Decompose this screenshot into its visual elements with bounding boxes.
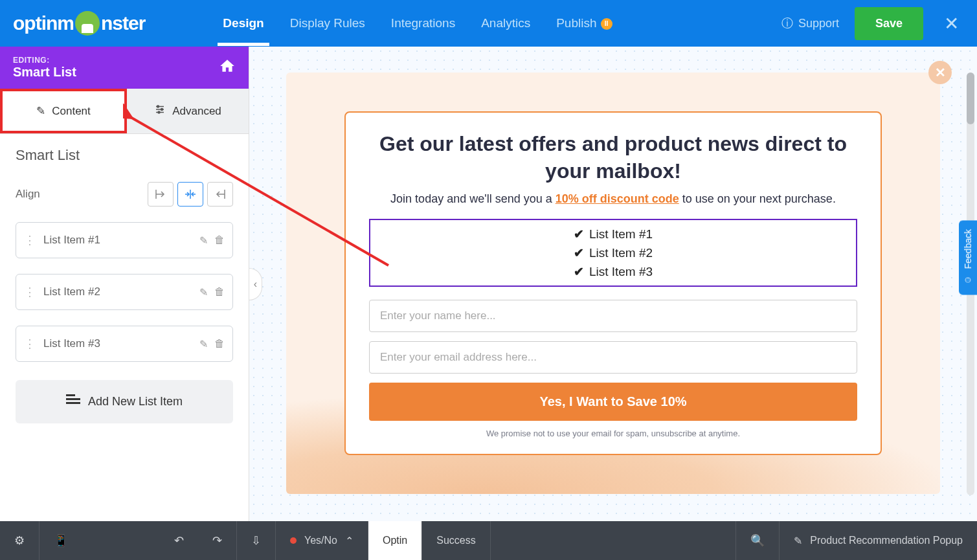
disclaimer-text: We promise not to use your email for spa… <box>369 429 857 438</box>
canvas: ✕ Get our latest offers and product news… <box>249 47 977 521</box>
settings-button[interactable]: ⚙ <box>0 521 39 560</box>
discount-link[interactable]: 10% off discount code <box>556 192 679 205</box>
editing-header: EDITING: Smart List <box>0 47 249 89</box>
delete-icon[interactable]: 🗑 <box>214 234 225 247</box>
sliders-icon <box>154 104 166 118</box>
support-link[interactable]: ⓘ Support <box>781 16 839 31</box>
drag-handle-icon[interactable]: ⋮ <box>24 233 36 247</box>
list-item-row[interactable]: ⋮ List Item #2 ✎ 🗑 <box>16 274 233 310</box>
edit-icon[interactable]: ✎ <box>199 286 208 298</box>
check-icon: ✔ <box>574 264 584 279</box>
mobile-preview-button[interactable]: 📱 <box>39 521 82 560</box>
svg-point-5 <box>158 111 160 113</box>
search-icon: 🔍 <box>750 533 765 548</box>
svg-point-4 <box>161 109 163 111</box>
align-left-button[interactable] <box>148 182 174 207</box>
list-item-row[interactable]: ⋮ List Item #1 ✎ 🗑 <box>16 222 233 258</box>
nav-publish[interactable]: PublishII <box>556 1 612 46</box>
redo-icon: ↷ <box>212 533 222 548</box>
close-icon[interactable]: ✕ <box>939 8 964 39</box>
email-input[interactable] <box>369 341 857 374</box>
import-button[interactable]: ⇩ <box>237 521 276 560</box>
undo-icon: ↶ <box>174 533 184 548</box>
sidebar-panel: Smart List Align <box>0 134 249 521</box>
nav-integrations[interactable]: Integrations <box>391 1 455 46</box>
list-item-label: List Item #2 <box>43 286 199 298</box>
popup-title[interactable]: Get our latest offers and product news d… <box>369 131 857 185</box>
smart-list-item: ✔List Item #2 <box>574 245 653 260</box>
list-items: ⋮ List Item #1 ✎ 🗑 ⋮ List Item #2 ✎ 🗑 <box>16 222 233 362</box>
tab-content[interactable]: ✎ Content <box>0 89 127 133</box>
view-optin[interactable]: Optin <box>368 521 422 560</box>
delete-icon[interactable]: 🗑 <box>214 286 225 298</box>
sidebar: EDITING: Smart List ✎ Content Advanced <box>0 47 249 521</box>
name-input[interactable] <box>369 300 857 332</box>
svg-rect-14 <box>66 398 80 400</box>
feedback-tab[interactable]: ☺ Feedback <box>959 220 977 295</box>
nav-display-rules[interactable]: Display Rules <box>290 1 365 46</box>
delete-icon[interactable]: 🗑 <box>214 338 225 350</box>
popup-preview: ✕ Get our latest offers and product news… <box>286 73 940 494</box>
add-list-item-button[interactable]: Add New List Item <box>16 380 233 423</box>
svg-rect-13 <box>66 394 75 396</box>
drag-handle-icon[interactable]: ⋮ <box>24 337 36 351</box>
popup-subtitle[interactable]: Join today and we'll send you a 10% off … <box>369 192 857 206</box>
pause-badge-icon: II <box>601 18 612 30</box>
svg-point-3 <box>157 106 159 107</box>
undo-button[interactable]: ↶ <box>160 521 198 560</box>
nav-analytics[interactable]: Analytics <box>481 1 530 46</box>
check-icon: ✔ <box>574 245 584 260</box>
mobile-icon: 📱 <box>54 533 68 548</box>
smart-list-block[interactable]: ✔List Item #1 ✔List Item #2 ✔List Item #… <box>369 219 857 287</box>
align-label: Align <box>16 188 40 201</box>
edit-icon[interactable]: ✎ <box>199 338 208 350</box>
zoom-button[interactable]: 🔍 <box>736 521 780 560</box>
check-icon: ✔ <box>574 227 584 241</box>
drag-handle-icon[interactable]: ⋮ <box>24 285 36 299</box>
edit-icon[interactable]: ✎ <box>199 234 208 247</box>
pencil-icon: ✎ <box>794 535 802 547</box>
list-item-row[interactable]: ⋮ List Item #3 ✎ 🗑 <box>16 326 233 362</box>
logo: optinmnster <box>13 11 145 36</box>
editing-title: Smart List <box>13 65 219 80</box>
download-icon: ⇩ <box>251 533 261 548</box>
redo-button[interactable]: ↷ <box>198 521 237 560</box>
nav-design[interactable]: Design <box>223 1 264 46</box>
editing-label: EDITING: <box>13 56 219 65</box>
cta-button[interactable]: Yes, I Want to Save 10% <box>369 383 857 421</box>
view-success[interactable]: Success <box>422 521 490 560</box>
align-center-button[interactable] <box>177 182 203 207</box>
top-bar: optinmnster Design Display Rules Integra… <box>0 0 977 47</box>
smart-list-item: ✔List Item #1 <box>574 227 653 241</box>
status-dot-icon <box>290 537 297 544</box>
smiley-icon: ☺ <box>963 275 973 286</box>
panel-title: Smart List <box>16 147 233 164</box>
popup-close-icon[interactable]: ✕ <box>928 61 952 84</box>
smart-list-item: ✔List Item #3 <box>574 264 653 279</box>
top-nav: Design Display Rules Integrations Analyt… <box>223 1 612 46</box>
view-yesno[interactable]: Yes/No ⌃ <box>276 521 368 560</box>
sidebar-tabs: ✎ Content Advanced <box>0 89 249 134</box>
add-item-icon <box>66 394 80 409</box>
chevron-up-icon: ⌃ <box>345 535 354 547</box>
bottom-bar: ⚙ 📱 ↶ ↷ ⇩ Yes/No ⌃ Optin Success 🔍 ✎ Pro… <box>0 521 977 560</box>
mascot-icon <box>75 11 100 36</box>
list-item-label: List Item #3 <box>43 337 199 350</box>
gear-icon: ⚙ <box>14 533 25 548</box>
campaign-name[interactable]: ✎ Product Recommendation Popup <box>780 521 977 560</box>
save-button[interactable]: Save <box>855 7 923 40</box>
help-icon: ⓘ <box>781 16 793 31</box>
home-icon[interactable] <box>219 58 236 78</box>
tab-advanced[interactable]: Advanced <box>127 89 249 133</box>
pencil-icon: ✎ <box>36 104 45 118</box>
list-item-label: List Item #1 <box>43 234 199 247</box>
align-right-button[interactable] <box>207 182 233 207</box>
svg-rect-15 <box>66 402 80 404</box>
